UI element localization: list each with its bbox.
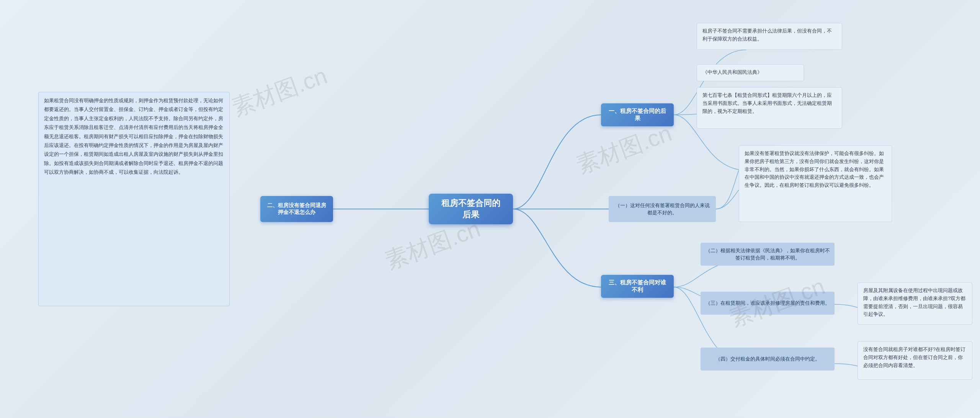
rb1-label: （二）根据相关法律依据《民法典》，如果你在租房时不签订租赁合同，租期将不明。 <box>705 247 830 262</box>
left-detail-textbox: 如果租赁合同没有明确押金的性质或规则，则押金作为租赁预付款处理，无论如何都要返还… <box>38 92 230 306</box>
rt3-textbox: 第七百零七条【租赁合同形式】租赁期限六个月以上的，应当采用书面形式。当事人未采用… <box>697 87 842 129</box>
rb2-detail-textbox: 房屋及其附属设备在使用过程中出现问题或故障，由谁来承担维修费用，由谁来承担?双方… <box>858 282 972 325</box>
rb3-node: （四）交付租金的具体时间必须在合同中约定。 <box>701 348 835 371</box>
l1-label-left: 二、租房没有签合同退房押金不退怎么办 <box>267 202 326 216</box>
rt1-textbox: 租房子不签合同不需要承担什么法律后果，但没有合同，不利于保障双方的合法权益。 <box>697 23 842 50</box>
rb3-detail-text: 没有签合同就租房子对谁都不好?在租房时签订合同对双方都有好处，但在签订合同之前，… <box>863 346 965 368</box>
rb2-detail-text: 房屋及其附属设备在使用过程中出现问题或故障，由谁来承担维修费用，由谁来承担?双方… <box>863 287 965 317</box>
l1-node-right-top: 一、租房不签合同的后果 <box>601 103 674 126</box>
l1-node-left: 二、租房没有签合同退房押金不退怎么办 <box>260 196 333 222</box>
rt1-text: 租房子不签合同不需要承担什么法律后果，但没有合同，不利于保障双方的合法权益。 <box>702 28 832 42</box>
rt2-text: 《中华人民共和国民法典》 <box>702 69 762 75</box>
l1-label-right-top: 一、租房不签合同的后果 <box>608 108 667 122</box>
rb3-label: （四）交付租金的具体时间必须在合同中约定。 <box>715 355 820 363</box>
center-node: 租房不签合同的后果 <box>429 194 513 224</box>
mid-detail-text: 如果没有签署租赁协议就没有法律保护，可能会有很多纠纷。如果你把房子租给第三方，没… <box>745 150 884 188</box>
left-detail-text: 如果租赁合同没有明确押金的性质或规则，则押金作为租赁预付款处理，无论如何都要返还… <box>44 98 223 175</box>
rb1-node: （二）根据相关法律依据《民法典》，如果你在租房时不签订租赁合同，租期将不明。 <box>701 243 835 266</box>
l2-node-mid: （一）这对任何没有签署租赁合同的人来说都是不好的。 <box>609 196 716 222</box>
center-label: 租房不签合同的后果 <box>438 198 504 220</box>
rb2-node: （三）在租赁期间，谁应该承担修理房屋的责任和费用。 <box>701 292 835 315</box>
rt3-text: 第七百零七条【租赁合同形式】租赁期限六个月以上的，应当采用书面形式。当事人未采用… <box>702 92 832 114</box>
rb2-label: （三）在租赁期间，谁应该承担修理房屋的责任和费用。 <box>706 299 830 307</box>
l1-node-right-bottom: 三、租房不签合同对谁不利 <box>601 275 674 298</box>
l2-label-mid: （一）这对任何没有签署租赁合同的人来说都是不好的。 <box>613 202 711 217</box>
mid-detail-textbox: 如果没有签署租赁协议就没有法律保护，可能会有很多纠纷。如果你把房子租给第三方，没… <box>739 145 892 222</box>
rt2-textbox: 《中华人民共和国民法典》 <box>697 64 804 81</box>
rb3-detail-textbox: 没有签合同就租房子对谁都不好?在租房时签订合同对双方都有好处，但在签订合同之前，… <box>858 341 972 380</box>
l1-label-right-bottom: 三、租房不签合同对谁不利 <box>608 279 667 294</box>
